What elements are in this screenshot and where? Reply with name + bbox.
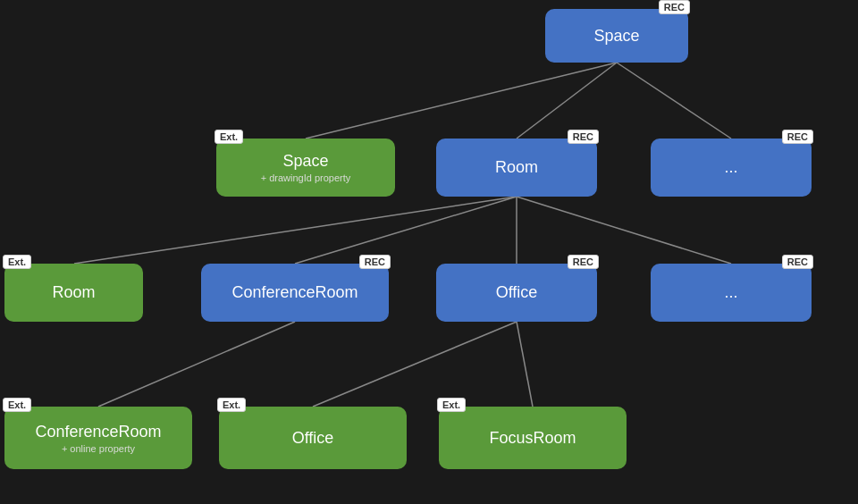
node-confroom-rec: REC ConferenceRoom bbox=[201, 264, 389, 322]
badge-ext-room: Ext. bbox=[3, 255, 31, 269]
node-space-ext-sublabel: + drawingId property bbox=[261, 172, 351, 183]
node-dots1: REC ... bbox=[651, 139, 812, 197]
node-space-ext: Ext. Space + drawingId property bbox=[216, 139, 395, 197]
node-space-rec-label: Space bbox=[593, 27, 639, 46]
node-room-rec-label: Room bbox=[495, 158, 538, 177]
svg-line-6 bbox=[517, 197, 731, 264]
node-focusroom-ext: Ext. FocusRoom bbox=[439, 407, 627, 469]
node-confroom-ext-sublabel: + online property bbox=[62, 443, 135, 454]
badge-ext-focusroom: Ext. bbox=[437, 398, 466, 412]
svg-line-1 bbox=[517, 63, 617, 139]
svg-line-7 bbox=[98, 322, 295, 407]
node-room-ext: Ext. Room bbox=[4, 264, 143, 322]
svg-line-4 bbox=[295, 197, 517, 264]
badge-rec-confroom: REC bbox=[359, 255, 391, 269]
node-room-rec: REC Room bbox=[436, 139, 597, 197]
node-dots1-label: ... bbox=[724, 158, 737, 177]
node-dots2: REC ... bbox=[651, 264, 812, 322]
node-office-ext-label: Office bbox=[292, 429, 334, 448]
node-space-rec: REC Space bbox=[545, 9, 688, 63]
svg-line-0 bbox=[306, 63, 617, 139]
svg-line-9 bbox=[517, 322, 533, 407]
svg-line-8 bbox=[313, 322, 517, 407]
badge-rec-space: REC bbox=[659, 0, 690, 14]
node-confroom-ext: Ext. ConferenceRoom + online property bbox=[4, 407, 192, 469]
node-office-rec: REC Office bbox=[436, 264, 597, 322]
node-confroom-ext-label: ConferenceRoom bbox=[35, 423, 161, 441]
node-confroom-rec-label: ConferenceRoom bbox=[231, 283, 358, 302]
node-focusroom-ext-label: FocusRoom bbox=[489, 429, 576, 448]
node-office-ext: Ext. Office bbox=[219, 407, 407, 469]
node-space-ext-label: Space bbox=[282, 152, 328, 171]
badge-rec-dots2: REC bbox=[782, 255, 813, 269]
node-dots2-label: ... bbox=[724, 283, 737, 302]
badge-rec-dots1: REC bbox=[782, 130, 813, 144]
badge-ext-office: Ext. bbox=[217, 398, 246, 412]
badge-ext-space: Ext. bbox=[214, 130, 243, 144]
svg-line-2 bbox=[617, 63, 731, 139]
svg-line-3 bbox=[74, 197, 517, 264]
badge-rec-room: REC bbox=[568, 130, 599, 144]
node-office-rec-label: Office bbox=[496, 283, 538, 302]
badge-rec-office: REC bbox=[568, 255, 599, 269]
node-room-ext-label: Room bbox=[52, 283, 95, 302]
badge-ext-confroom: Ext. bbox=[3, 398, 31, 412]
